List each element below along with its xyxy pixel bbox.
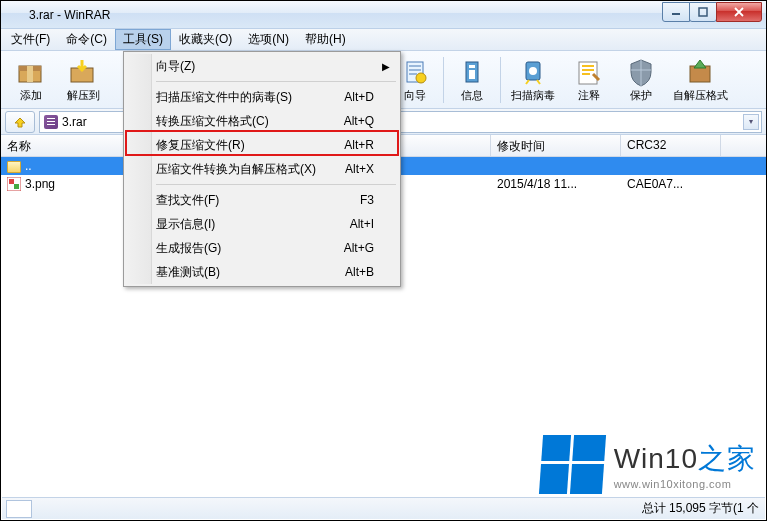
- windows-logo-icon: [539, 435, 606, 494]
- svg-point-12: [529, 67, 537, 75]
- column-size[interactable]: [401, 135, 491, 156]
- menu-to-sfx[interactable]: 压缩文件转换为自解压格式(X) Alt+X: [126, 157, 398, 181]
- column-crc[interactable]: CRC32: [621, 135, 721, 156]
- svg-rect-4: [27, 66, 33, 82]
- menu-command[interactable]: 命令(C): [58, 29, 115, 50]
- status-text: 总计 15,095 字节(1 个: [642, 500, 759, 517]
- protect-icon: [625, 56, 657, 88]
- info-icon: [456, 56, 488, 88]
- toolbar-add-label: 添加: [20, 88, 42, 103]
- toolbar-extract-label: 解压到: [67, 88, 100, 103]
- tools-dropdown: 向导(Z) ▶ 扫描压缩文件中的病毒(S) Alt+D 转换压缩文件格式(C) …: [123, 51, 401, 287]
- toolbar-wizard-label: 向导: [404, 88, 426, 103]
- menu-benchmark[interactable]: 基准测试(B) Alt+B: [126, 260, 398, 284]
- toolbar-protect-label: 保护: [630, 88, 652, 103]
- svg-rect-9: [469, 65, 475, 68]
- toolbar-comment-label: 注释: [578, 88, 600, 103]
- sfx-icon: [684, 56, 716, 88]
- app-icon: [7, 7, 23, 23]
- comment-icon: [573, 56, 605, 88]
- svg-rect-1: [699, 8, 707, 16]
- menu-repair[interactable]: 修复压缩文件(R) Alt+R: [126, 133, 398, 157]
- menu-options[interactable]: 选项(N): [240, 29, 297, 50]
- toolbar-sfx[interactable]: 自解压格式: [667, 54, 733, 106]
- toolbar-comment[interactable]: 注释: [563, 54, 615, 106]
- svg-rect-17: [14, 184, 19, 189]
- extract-icon: [67, 56, 99, 88]
- toolbar-scan[interactable]: 扫描病毒: [503, 54, 563, 106]
- toolbar-protect[interactable]: 保护: [615, 54, 667, 106]
- chevron-down-icon[interactable]: ▾: [743, 114, 759, 130]
- menu-favorites[interactable]: 收藏夹(O): [171, 29, 240, 50]
- toolbar-info-label: 信息: [461, 88, 483, 103]
- svg-point-7: [416, 73, 426, 83]
- up-button[interactable]: [5, 111, 35, 133]
- statusbar: 总计 15,095 字节(1 个: [2, 497, 765, 519]
- folder-icon: [7, 161, 21, 173]
- file-name: 3.png: [25, 177, 55, 191]
- svg-rect-10: [469, 70, 475, 79]
- toolbar-info[interactable]: 信息: [446, 54, 498, 106]
- menubar: 文件(F) 命令(C) 工具(S) 收藏夹(O) 选项(N) 帮助(H): [1, 29, 766, 51]
- scan-icon: [517, 56, 549, 88]
- menu-find[interactable]: 查找文件(F) F3: [126, 188, 398, 212]
- svg-rect-0: [672, 13, 680, 15]
- add-icon: [15, 56, 47, 88]
- status-indicator: [6, 500, 32, 518]
- window-titlebar: 3.rar - WinRAR: [1, 1, 766, 29]
- menu-wizard[interactable]: 向导(Z) ▶: [126, 54, 398, 78]
- menu-convert[interactable]: 转换压缩文件格式(C) Alt+Q: [126, 109, 398, 133]
- watermark: Win10之家 www.win10xitong.com: [541, 435, 756, 494]
- toolbar-sfx-label: 自解压格式: [673, 88, 728, 103]
- menu-show-info[interactable]: 显示信息(I) Alt+I: [126, 212, 398, 236]
- close-button[interactable]: [716, 2, 762, 22]
- path-value: 3.rar: [62, 115, 87, 129]
- archive-icon: [44, 115, 58, 129]
- column-modified[interactable]: 修改时间: [491, 135, 621, 156]
- toolbar-scan-label: 扫描病毒: [511, 88, 555, 103]
- menu-report[interactable]: 生成报告(G) Alt+G: [126, 236, 398, 260]
- menu-file[interactable]: 文件(F): [3, 29, 58, 50]
- minimize-button[interactable]: [662, 2, 690, 22]
- chevron-right-icon: ▶: [382, 61, 390, 72]
- wizard-icon: [399, 56, 431, 88]
- window-title: 3.rar - WinRAR: [29, 8, 663, 22]
- file-name: ..: [25, 159, 32, 173]
- menu-scan-virus[interactable]: 扫描压缩文件中的病毒(S) Alt+D: [126, 85, 398, 109]
- maximize-button[interactable]: [689, 2, 717, 22]
- menu-tools[interactable]: 工具(S): [115, 29, 171, 50]
- svg-rect-16: [9, 179, 14, 184]
- menu-help[interactable]: 帮助(H): [297, 29, 354, 50]
- toolbar-extract[interactable]: 解压到: [57, 54, 109, 106]
- toolbar-add[interactable]: 添加: [5, 54, 57, 106]
- image-icon: [7, 177, 21, 191]
